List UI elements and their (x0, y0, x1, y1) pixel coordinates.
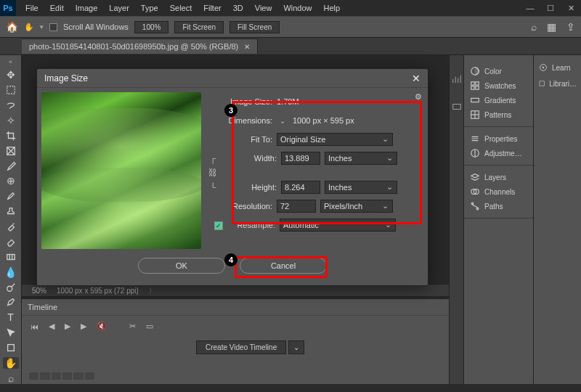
dimensions-value: 1000 px × 595 px (293, 116, 354, 125)
next-frame-button[interactable]: ▶ (81, 322, 86, 331)
resolution-input[interactable] (277, 200, 316, 213)
dodge-tool[interactable] (3, 282, 19, 293)
image-size-value: 1.70M (277, 97, 299, 106)
brush-tool[interactable] (3, 190, 19, 202)
frame-tool[interactable] (3, 145, 19, 157)
menu-edit[interactable]: Edit (45, 1, 69, 15)
dialog-preview (37, 88, 206, 253)
lasso-tool[interactable] (3, 99, 19, 111)
resolution-unit-select[interactable]: Pixels/Inch (320, 200, 393, 213)
hand-tool-icon[interactable]: ✋ (24, 23, 34, 32)
create-dropdown-icon[interactable]: ⌄ (288, 340, 304, 354)
split-button[interactable]: ✂ (129, 322, 136, 331)
dialog-gear-icon[interactable]: ⚙ (415, 92, 422, 102)
menu-select[interactable]: Select (165, 1, 198, 15)
main-menu: File Edit Image Layer Type Select Filter… (16, 1, 345, 15)
panel-color[interactable]: Color (464, 64, 533, 78)
tools-collapse-icon[interactable]: « (9, 58, 12, 65)
move-tool[interactable]: ✥ (3, 69, 19, 81)
menu-view[interactable]: View (250, 1, 277, 15)
share-icon[interactable]: ⇪ (566, 21, 575, 33)
workspace-icon[interactable]: ▦ (547, 21, 556, 33)
dialog-title-bar[interactable]: Image Size ✕ (37, 69, 428, 88)
type-tool[interactable]: T (3, 311, 19, 323)
panel-gradients[interactable]: Gradients (464, 93, 533, 107)
tool-preset-chevron[interactable]: ▾ (40, 23, 44, 30)
dialog-title: Image Size (44, 73, 88, 83)
history-brush-tool[interactable] (3, 221, 19, 232)
gradient-tool[interactable] (3, 251, 19, 263)
fit-to-select[interactable]: Original Size (277, 133, 393, 146)
histogram-icon[interactable] (452, 74, 462, 84)
zoom-percent-button[interactable]: 100% (134, 21, 169, 33)
eyedropper-tool[interactable] (3, 160, 19, 171)
search-icon[interactable]: ⌕ (531, 21, 537, 33)
menu-window[interactable]: Window (278, 1, 317, 15)
resample-label: Resample: (227, 221, 275, 229)
menu-layer[interactable]: Layer (104, 1, 134, 15)
svg-rect-10 (452, 105, 460, 110)
info-chevron-icon[interactable]: 〉 (149, 286, 155, 295)
fit-screen-button[interactable]: Fit Screen (174, 21, 224, 33)
marquee-tool[interactable] (3, 84, 19, 96)
menu-help[interactable]: Help (319, 1, 346, 15)
timeline-title[interactable]: Timeline (22, 299, 449, 316)
hand-tool[interactable]: ✋ (3, 357, 19, 369)
panel-learn[interactable]: Learn (534, 60, 581, 75)
crop-tool[interactable] (3, 130, 19, 142)
resample-select[interactable]: Automatic (280, 219, 396, 232)
play-button[interactable]: ▶ (65, 322, 70, 331)
panel-paths[interactable]: Paths (464, 199, 533, 213)
home-icon[interactable]: 🏠 (6, 21, 18, 33)
navigator-icon[interactable] (452, 102, 462, 112)
height-input[interactable] (281, 181, 320, 194)
document-tab[interactable]: photo-1501854140801-50d01698950b.jpg @ 5… (22, 38, 258, 54)
panel-channels[interactable]: Channels (464, 184, 533, 199)
dimensions-dropdown-icon[interactable]: ⌄ (277, 117, 288, 125)
path-select-tool[interactable] (3, 327, 19, 338)
panel-libraries[interactable]: Librari… (534, 75, 581, 91)
width-input[interactable] (281, 152, 320, 165)
eraser-tool[interactable] (3, 236, 19, 248)
menu-file[interactable]: File (20, 1, 44, 15)
panel-properties[interactable]: Properties (464, 131, 533, 146)
shape-tool[interactable] (3, 342, 19, 354)
healing-tool[interactable]: ⊕ (3, 175, 19, 187)
constrain-link-icon[interactable]: ⛓ (206, 168, 220, 178)
transition-button[interactable]: ▭ (146, 322, 153, 331)
fill-screen-button[interactable]: Fill Screen (229, 21, 280, 33)
ok-button[interactable]: OK (138, 258, 225, 274)
mute-button[interactable]: 🔇 (97, 322, 107, 331)
timeline-scrubber[interactable] (29, 372, 94, 380)
create-video-timeline-label: Create Video Timeline (196, 340, 286, 354)
width-unit-select[interactable]: Inches (325, 152, 397, 165)
prev-frame-button[interactable]: ◀ (49, 322, 54, 331)
minimize-button[interactable]: — (520, 0, 540, 16)
stamp-tool[interactable] (3, 205, 19, 217)
first-frame-button[interactable]: ⏮ (31, 322, 38, 331)
preview-image[interactable] (41, 92, 201, 249)
height-unit-select[interactable]: Inches (325, 181, 397, 194)
timeline-panel: Timeline ⏮ ◀ ▶ ▶ 🔇 | ✂ ▭ Create Video Ti… (22, 298, 449, 384)
close-button[interactable]: ✕ (561, 0, 581, 16)
resample-checkbox[interactable]: ✓ (214, 221, 223, 230)
dialog-close-icon[interactable]: ✕ (412, 73, 420, 84)
tab-close-icon[interactable]: ✕ (244, 43, 250, 51)
pen-tool[interactable] (3, 296, 19, 308)
maximize-button[interactable]: ☐ (540, 0, 561, 16)
create-video-timeline[interactable]: Create Video Timeline ⌄ (196, 343, 304, 351)
panel-layers[interactable]: Layers (464, 170, 533, 184)
panel-patterns[interactable]: Patterns (464, 107, 533, 122)
zoom-readout[interactable]: 50% (32, 287, 46, 295)
menu-filter[interactable]: Filter (198, 1, 226, 15)
menu-3d[interactable]: 3D (228, 1, 248, 15)
panel-swatches[interactable]: Swatches (464, 78, 533, 93)
magic-wand-tool[interactable]: ✧ (3, 115, 19, 126)
cancel-button[interactable]: Cancel (240, 258, 327, 274)
zoom-tool[interactable]: ⌕ (3, 372, 19, 384)
blur-tool[interactable]: 💧 (3, 266, 19, 278)
panel-adjustments[interactable]: Adjustme… (464, 146, 533, 160)
menu-type[interactable]: Type (136, 1, 163, 15)
scroll-all-checkbox[interactable] (49, 23, 57, 31)
menu-image[interactable]: Image (70, 1, 103, 15)
